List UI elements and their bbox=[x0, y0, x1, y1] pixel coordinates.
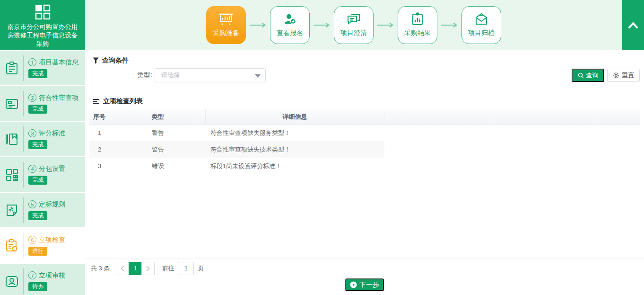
footer-actions: 下一步 bbox=[85, 278, 644, 291]
project-title: 南京市分公司购置办公用房装修工程电子信息设备采购 bbox=[0, 23, 85, 48]
collapse-button[interactable] bbox=[622, 0, 644, 50]
chat-bubbles-icon bbox=[347, 12, 361, 26]
reset-button[interactable]: 重置 bbox=[607, 69, 640, 82]
step-number: 7 bbox=[28, 271, 36, 279]
step-number: 5 bbox=[28, 200, 36, 208]
next-step-label: 下一步 bbox=[359, 281, 379, 289]
column-header-filler bbox=[384, 109, 640, 124]
chevron-up-icon bbox=[627, 21, 639, 29]
workflow-step-procure-prepare[interactable]: 采购准备 bbox=[206, 6, 246, 44]
total-count-text: 共 3 条 bbox=[91, 264, 110, 273]
cell-type: 警告 bbox=[110, 145, 206, 154]
type-select-placeholder: 请选择 bbox=[161, 71, 252, 80]
workflow-step-project-archive[interactable]: 项目归档 bbox=[461, 6, 501, 44]
gavel-doc-icon bbox=[0, 203, 23, 217]
status-badge: 完成 bbox=[28, 211, 47, 220]
query-section: 查询条件 类型: 请选择 查询 重置 bbox=[85, 50, 644, 93]
status-badge: 完成 bbox=[28, 69, 47, 78]
column-header-index: 序号 bbox=[89, 109, 110, 124]
cell-detail: 符合性审查项缺失技术类型！ bbox=[206, 145, 384, 154]
page-number-button[interactable]: 1 bbox=[129, 262, 142, 275]
sidebar-item-label: 定标规则 bbox=[39, 200, 65, 209]
next-page-button[interactable] bbox=[141, 262, 155, 275]
status-badge: 完成 bbox=[28, 176, 47, 185]
cell-detail: 符合性审查项缺失服务类型！ bbox=[206, 129, 384, 137]
arrow-right-icon bbox=[437, 22, 461, 28]
column-header-type: 类型 bbox=[110, 109, 206, 124]
status-badge: 完成 bbox=[28, 105, 47, 114]
step-number: 2 bbox=[28, 94, 36, 102]
envelope-icon bbox=[474, 12, 488, 26]
step-number: 4 bbox=[28, 165, 36, 173]
chevron-right-icon bbox=[146, 266, 150, 271]
sidebar-item-label: 项目基本信息 bbox=[39, 58, 78, 67]
blocks-grid-icon bbox=[0, 168, 23, 182]
list-icon bbox=[93, 98, 100, 105]
sidebar-nav: 1项目基本信息 完成 2符合性审查项 完成 bbox=[0, 51, 85, 295]
sidebar-item-label: 分包设置 bbox=[39, 165, 65, 173]
sidebar-item-award-rules[interactable]: 5定标规则 完成 bbox=[0, 193, 85, 227]
search-button[interactable]: 查询 bbox=[572, 69, 604, 82]
step-number: 3 bbox=[28, 129, 36, 137]
procurement-app: 南京市分公司购置办公用房装修工程电子信息设备采购 1项目基本信息 完成 bbox=[0, 0, 644, 295]
pen-notebook-icon bbox=[0, 132, 23, 146]
workflow-step-view-registration[interactable]: 查看报名 bbox=[270, 6, 310, 44]
sidebar-item-compliance-review[interactable]: 2符合性审查项 完成 bbox=[0, 86, 85, 121]
table-header: 序号 类型 详细信息 bbox=[89, 109, 640, 125]
chevron-down-icon bbox=[255, 74, 261, 78]
arrow-right-icon bbox=[374, 22, 398, 28]
workflow-step-label: 项目澄清 bbox=[340, 29, 367, 37]
sidebar-item-subpackage-settings[interactable]: 4分包设置 完成 bbox=[0, 157, 85, 192]
sidebar-item-label: 立项检查 bbox=[39, 236, 65, 244]
sidebar-item-scoring-standard[interactable]: 3评分标准 完成 bbox=[0, 122, 85, 156]
gear-icon bbox=[613, 72, 619, 79]
workflow-step-label: 项目归档 bbox=[468, 29, 495, 37]
prev-page-button[interactable] bbox=[116, 262, 129, 275]
sidebar-item-project-basic-info[interactable]: 1项目基本信息 完成 bbox=[0, 51, 85, 85]
reviewer-icon bbox=[0, 274, 23, 288]
check-list-section: 立项检查列表 序号 类型 详细信息 1 警告 符合性审查项缺失服务类型！ 2 警… bbox=[85, 93, 644, 174]
user-add-icon bbox=[283, 12, 297, 26]
workflow-steps: 采购准备 查看报名 bbox=[85, 0, 622, 50]
sidebar-header: 南京市分公司购置办公用房装修工程电子信息设备采购 bbox=[0, 0, 85, 50]
cell-detail: 标段1尚未设置评分标准！ bbox=[206, 162, 384, 170]
goto-page-input[interactable] bbox=[178, 262, 194, 275]
sidebar: 南京市分公司购置办公用房装修工程电子信息设备采购 1项目基本信息 完成 bbox=[0, 0, 85, 295]
cell-type: 错误 bbox=[110, 162, 206, 170]
arrow-right-icon bbox=[310, 22, 334, 28]
table-row[interactable]: 3 错误 标段1尚未设置评分标准！ bbox=[89, 158, 384, 174]
clipboard-lines-icon bbox=[0, 61, 23, 75]
sidebar-item-label: 符合性审查项 bbox=[39, 94, 78, 102]
sidebar-item-project-check[interactable]: 6立项检查 进行 bbox=[0, 228, 85, 263]
workflow-step-project-clarify[interactable]: 项目澄清 bbox=[334, 6, 374, 44]
id-card-icon bbox=[0, 97, 23, 111]
grid-logo-icon bbox=[34, 3, 51, 21]
cell-index: 3 bbox=[89, 162, 110, 170]
table-row[interactable]: 2 警告 符合性审查项缺失技术类型！ bbox=[89, 141, 384, 158]
search-icon bbox=[578, 72, 584, 79]
reset-button-label: 重置 bbox=[622, 71, 634, 80]
step-number: 1 bbox=[28, 58, 36, 66]
play-circle-icon bbox=[350, 281, 357, 288]
chevron-left-icon bbox=[121, 266, 124, 271]
chart-board-icon bbox=[219, 12, 233, 26]
status-badge: 进行 bbox=[28, 247, 47, 256]
sidebar-item-project-audit[interactable]: 7立项审核 待办 bbox=[0, 264, 85, 295]
cell-type: 警告 bbox=[110, 129, 206, 137]
clipboard-chart-icon bbox=[410, 12, 425, 26]
type-label: 类型: bbox=[118, 71, 152, 80]
column-header-detail: 详细信息 bbox=[206, 109, 384, 124]
workflow-step-label: 采购结果 bbox=[404, 29, 431, 37]
sidebar-item-label: 评分标准 bbox=[39, 129, 65, 138]
status-badge: 待办 bbox=[28, 282, 47, 291]
workflow-step-label: 查看报名 bbox=[277, 29, 303, 37]
next-step-button[interactable]: 下一步 bbox=[345, 278, 384, 291]
step-number: 6 bbox=[28, 236, 36, 244]
status-badge: 完成 bbox=[28, 140, 47, 149]
clipboard-gear-icon bbox=[0, 239, 23, 253]
table-row[interactable]: 1 警告 符合性审查项缺失服务类型！ bbox=[89, 125, 384, 141]
type-select[interactable]: 请选择 bbox=[155, 68, 266, 82]
workflow-step-procure-result[interactable]: 采购结果 bbox=[398, 6, 437, 44]
pagination-bar: 共 3 条 1 前往 页 bbox=[85, 259, 644, 277]
page-unit-label: 页 bbox=[198, 264, 204, 273]
